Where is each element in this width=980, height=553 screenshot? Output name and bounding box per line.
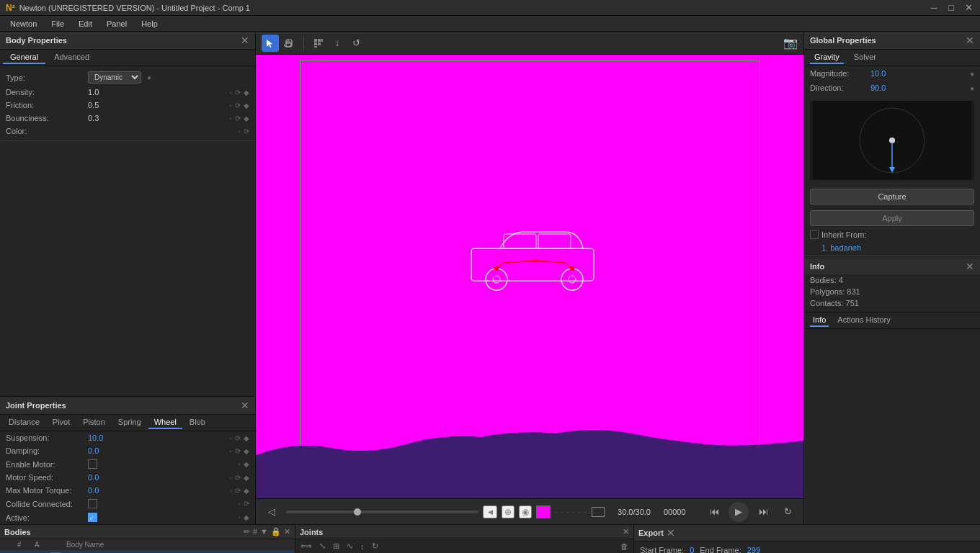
bounciness-value[interactable]: 0.3: [88, 114, 99, 122]
camera-icon[interactable]: 📷: [783, 36, 798, 50]
bodies-add-icon[interactable]: ✏: [244, 527, 250, 536]
end-frame-value[interactable]: 299: [747, 546, 760, 553]
damping-diamond-icon[interactable]: ◆: [244, 447, 249, 455]
damping-value[interactable]: 0.0: [88, 446, 99, 455]
joint-add-icon[interactable]: ⟺: [298, 541, 314, 552]
capture-button[interactable]: Capture: [810, 189, 974, 204]
rotate-tool[interactable]: ↺: [347, 35, 365, 52]
joint-tab-wheel[interactable]: Wheel: [148, 416, 182, 429]
zoom-out-btn[interactable]: ◁: [262, 502, 282, 522]
inherit-checkbox[interactable]: [810, 230, 819, 239]
go-start-button[interactable]: ⏮: [704, 502, 724, 522]
bounciness-diamond-icon[interactable]: ◆: [244, 114, 249, 122]
enable-motor-checkbox[interactable]: [88, 459, 97, 469]
info-tab-history[interactable]: Actions History: [834, 314, 893, 327]
menu-edit[interactable]: Edit: [71, 18, 99, 30]
apply-button[interactable]: Apply: [810, 210, 974, 226]
tab-advanced[interactable]: Advanced: [47, 51, 97, 64]
motor-speed-diamond-icon[interactable]: ◆: [244, 474, 249, 482]
suspension-value[interactable]: 10.0: [88, 433, 103, 442]
inherit-from-label: Inherit From:: [821, 230, 866, 239]
enable-motor-diamond-icon[interactable]: ◆: [244, 460, 249, 468]
close-button[interactable]: ✕: [963, 2, 974, 13]
eye-icon[interactable]: ◉: [519, 505, 532, 518]
motor-speed-value[interactable]: 0.0: [88, 473, 99, 482]
global-properties-close[interactable]: ✕: [966, 35, 974, 46]
hand-tool[interactable]: [280, 35, 298, 52]
menu-panel[interactable]: Panel: [99, 18, 134, 30]
bodies-up-icon[interactable]: ▼: [260, 527, 268, 536]
menu-file[interactable]: File: [44, 18, 71, 30]
joints-close-icon[interactable]: ✕: [623, 527, 629, 536]
density-value[interactable]: 1.0: [88, 88, 99, 96]
maximize-button[interactable]: □: [945, 2, 957, 13]
start-frame-value[interactable]: 0: [690, 546, 694, 553]
max-motor-torque-wave-icon[interactable]: ⟳: [235, 487, 241, 495]
max-motor-torque-diamond-icon[interactable]: ◆: [244, 487, 249, 495]
gp-tab-solver[interactable]: Solver: [850, 51, 881, 64]
type-selector[interactable]: Dynamic Static Kinematic: [88, 71, 141, 84]
step-forward-button[interactable]: ⏭: [753, 502, 773, 522]
joint-properties-close[interactable]: ✕: [241, 400, 249, 411]
joint-refresh-icon[interactable]: ↻: [370, 541, 380, 552]
body-props-tabs: General Advanced: [0, 50, 255, 66]
joint-chain-icon[interactable]: ⊞: [331, 541, 342, 552]
active-diamond-icon[interactable]: ◆: [244, 513, 249, 521]
joint-link-icon[interactable]: ⤡: [317, 541, 328, 552]
bodies-select-icon[interactable]: #: [253, 527, 257, 536]
friction-value[interactable]: 0.5: [88, 101, 99, 109]
friction-wave-icon[interactable]: ⟳: [235, 102, 241, 109]
suspension-diamond-icon[interactable]: ◆: [244, 434, 249, 442]
max-motor-torque-value[interactable]: 0.0: [88, 486, 99, 495]
joint-tab-pivot[interactable]: Pivot: [47, 416, 76, 429]
grid-tool[interactable]: [310, 35, 327, 52]
collide-dot: ◦: [238, 500, 241, 508]
bodies-lock-icon[interactable]: 🔒: [271, 527, 281, 536]
menu-help[interactable]: Help: [134, 18, 165, 30]
color-swatch[interactable]: [536, 505, 551, 518]
joint-tab-distance[interactable]: Distance: [3, 416, 45, 429]
magnitude-value[interactable]: 10.0: [870, 69, 886, 78]
tab-general[interactable]: General: [3, 51, 45, 64]
bodies-close-icon[interactable]: ✕: [284, 527, 290, 536]
density-stopwatch-icon[interactable]: ◆: [244, 89, 249, 96]
direction-value[interactable]: 90.0: [870, 84, 886, 92]
gp-tab-gravity[interactable]: Gravity: [810, 51, 844, 64]
motor-speed-wave-icon[interactable]: ⟳: [235, 474, 241, 482]
joints-header: Joints ✕: [295, 525, 633, 539]
select-tool[interactable]: [262, 35, 279, 52]
info-close[interactable]: ✕: [966, 261, 974, 272]
body-properties-close[interactable]: ✕: [241, 35, 249, 46]
color-wave-icon[interactable]: ⟳: [244, 127, 249, 135]
joint-tab-blob[interactable]: Blob: [184, 416, 211, 429]
suspension-wave-icon[interactable]: ⟳: [235, 434, 241, 442]
viewport[interactable]: [256, 55, 803, 498]
play-button[interactable]: ▶: [729, 502, 749, 522]
density-wave-icon[interactable]: ⟳: [235, 89, 241, 96]
timeline-handle[interactable]: [354, 508, 361, 516]
viewport-canvas: [256, 55, 803, 498]
mountain-left-icon[interactable]: ◄: [483, 505, 497, 518]
loop-button[interactable]: ↻: [778, 502, 798, 522]
active-checkbox[interactable]: ✓: [88, 513, 97, 522]
minimize-button[interactable]: ─: [928, 2, 940, 13]
export-content: Start Frame: 0 End Frame: 299 ✓ Apply to…: [634, 541, 980, 553]
zoom-in-icon[interactable]: ⊕: [502, 505, 514, 518]
bounciness-wave-icon[interactable]: ⟳: [235, 114, 241, 122]
friction-diamond-icon[interactable]: ◆: [244, 102, 249, 109]
joint-pin-icon[interactable]: ↕: [358, 541, 367, 552]
timeline-slider[interactable]: [286, 511, 478, 513]
rect-outline[interactable]: [592, 507, 605, 517]
collide-connected-checkbox[interactable]: [88, 499, 97, 508]
joint-tab-spring[interactable]: Spring: [112, 416, 147, 429]
damping-wave-icon[interactable]: ⟳: [235, 447, 241, 455]
menu-newton[interactable]: Newton: [3, 18, 44, 30]
joint-wave-icon[interactable]: ∿: [344, 541, 355, 552]
joint-delete-icon[interactable]: 🗑: [618, 541, 631, 552]
export-close[interactable]: ✕: [667, 527, 675, 539]
joint-tab-piston[interactable]: Piston: [77, 416, 111, 429]
title-bar-controls[interactable]: ─ □ ✕: [928, 2, 974, 13]
info-tab-info[interactable]: Info: [810, 314, 829, 327]
collide-wave-icon[interactable]: ⟳: [244, 500, 249, 508]
move-down-tool[interactable]: ↓: [329, 35, 346, 52]
